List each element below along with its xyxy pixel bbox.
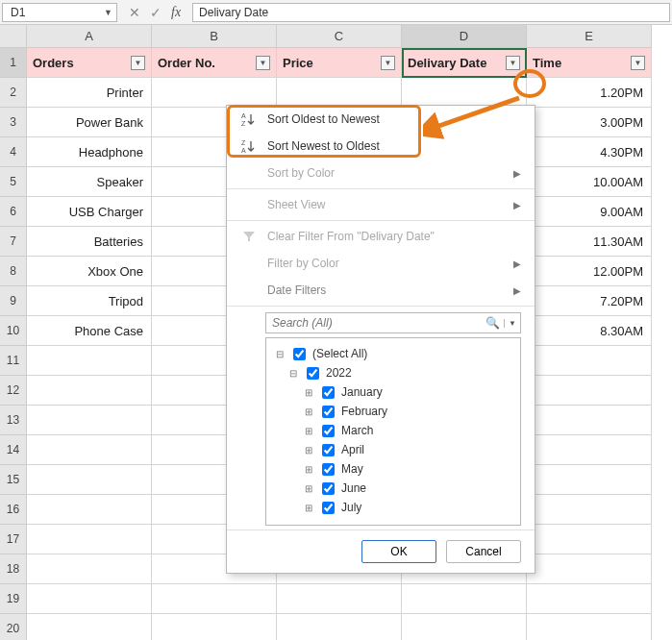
tree-month[interactable]: ⊞January	[274, 382, 512, 402]
checkbox[interactable]	[322, 502, 335, 514]
cell[interactable]: Orders▼	[27, 48, 152, 78]
cell[interactable]	[527, 525, 652, 554]
checkbox[interactable]	[322, 463, 335, 476]
cell[interactable]	[152, 584, 277, 614]
expand-icon[interactable]: ⊞	[303, 483, 314, 494]
cancel-button[interactable]: Cancel	[446, 540, 521, 563]
cell[interactable]	[527, 376, 652, 406]
cell[interactable]: Delivary Date▼	[402, 48, 527, 78]
cell[interactable]	[27, 495, 152, 525]
search-input[interactable]	[266, 316, 482, 330]
col-header-C[interactable]: C	[277, 25, 402, 48]
row-header[interactable]: 13	[0, 406, 27, 435]
name-box[interactable]: D1 ▼	[2, 3, 117, 22]
cell[interactable]	[527, 435, 652, 465]
expand-icon[interactable]: ⊞	[303, 503, 314, 513]
cell[interactable]	[27, 465, 152, 495]
row-header[interactable]: 2	[0, 78, 27, 108]
cell[interactable]	[527, 614, 652, 640]
cell[interactable]	[402, 78, 527, 108]
cell[interactable]	[152, 614, 277, 640]
row-header[interactable]: 3	[0, 108, 27, 137]
cell[interactable]	[27, 614, 152, 640]
select-all-corner[interactable]	[0, 25, 27, 48]
cell[interactable]: Time▼	[527, 48, 652, 78]
row-header[interactable]: 18	[0, 554, 27, 584]
cell[interactable]: Printer	[27, 78, 152, 108]
cell[interactable]: Batteries	[27, 227, 152, 257]
cell[interactable]	[527, 406, 652, 435]
sort-oldest-newest[interactable]: AZ Sort Oldest to Newest	[227, 106, 535, 133]
cell[interactable]: 10.00AM	[527, 167, 652, 197]
cell[interactable]	[27, 406, 152, 435]
cell[interactable]	[527, 584, 652, 614]
expand-icon[interactable]: ⊞	[303, 445, 314, 455]
filter-search[interactable]: 🔍 ▼	[265, 312, 521, 333]
cell[interactable]	[27, 525, 152, 554]
row-header[interactable]: 6	[0, 197, 27, 227]
expand-icon[interactable]: ⊞	[303, 406, 314, 417]
cell[interactable]	[402, 614, 527, 640]
cell[interactable]: Tripod	[27, 286, 152, 316]
chevron-down-icon[interactable]: ▼	[104, 8, 112, 17]
row-header[interactable]: 5	[0, 167, 27, 197]
row-header[interactable]: 9	[0, 286, 27, 316]
row-header[interactable]: 4	[0, 137, 27, 167]
cell[interactable]	[527, 554, 652, 584]
row-header[interactable]: 12	[0, 376, 27, 406]
tree-year[interactable]: ⊟ 2022	[274, 363, 512, 382]
row-header[interactable]: 8	[0, 257, 27, 286]
tree-month[interactable]: ⊞April	[274, 440, 512, 459]
cell[interactable]: Xbox One	[27, 257, 152, 286]
checkbox[interactable]	[322, 444, 335, 456]
ok-button[interactable]: OK	[361, 540, 436, 563]
row-header[interactable]: 16	[0, 495, 27, 525]
filter-button[interactable]: ▼	[256, 56, 270, 70]
checkbox[interactable]	[307, 367, 319, 380]
cell[interactable]: Headphone	[27, 137, 152, 167]
collapse-icon[interactable]: ⊟	[287, 368, 299, 379]
expand-icon[interactable]: ⊞	[303, 387, 314, 398]
row-header[interactable]: 20	[0, 614, 27, 640]
cell[interactable]: Speaker	[27, 167, 152, 197]
tree-month[interactable]: ⊞July	[274, 498, 512, 517]
date-filters[interactable]: Date Filters ▶	[227, 277, 535, 304]
col-header-D[interactable]: D	[402, 25, 527, 48]
checkbox[interactable]	[322, 425, 335, 437]
expand-icon[interactable]: ⊞	[303, 464, 314, 475]
cell[interactable]: 12.00PM	[527, 257, 652, 286]
filter-tree[interactable]: ⊟ (Select All) ⊟ 2022 ⊞January⊞February⊞…	[265, 337, 521, 526]
row-header[interactable]: 17	[0, 525, 27, 554]
cell[interactable]: Phone Case	[27, 316, 152, 346]
cell[interactable]: 8.30AM	[527, 316, 652, 346]
cell[interactable]: 4.30PM	[527, 137, 652, 167]
cell[interactable]	[402, 584, 527, 614]
filter-button[interactable]: ▼	[131, 56, 145, 70]
cell[interactable]	[152, 78, 277, 108]
checkbox[interactable]	[293, 348, 306, 360]
tree-month[interactable]: ⊞May	[274, 459, 512, 479]
cell[interactable]: 1.20PM	[527, 78, 652, 108]
expand-icon[interactable]: ⊞	[303, 426, 314, 436]
cell[interactable]: 7.20PM	[527, 286, 652, 316]
cell[interactable]	[277, 584, 402, 614]
sort-newest-oldest[interactable]: ZA Sort Newest to Oldest	[227, 133, 535, 160]
search-icon[interactable]: 🔍	[482, 316, 504, 330]
cell[interactable]	[527, 346, 652, 376]
row-header[interactable]: 1	[0, 48, 27, 78]
filter-button[interactable]: ▼	[631, 56, 645, 70]
col-header-A[interactable]: A	[27, 25, 152, 48]
row-header[interactable]: 10	[0, 316, 27, 346]
tree-month[interactable]: ⊞March	[274, 421, 512, 440]
filter-button[interactable]: ▼	[506, 56, 520, 70]
chevron-down-icon[interactable]: ▼	[504, 319, 520, 328]
cell[interactable]: Order No.▼	[152, 48, 277, 78]
fx-icon[interactable]: fx	[171, 5, 181, 20]
checkbox[interactable]	[322, 386, 335, 399]
col-header-E[interactable]: E	[527, 25, 652, 48]
tree-month[interactable]: ⊞June	[274, 479, 512, 498]
sort-by-color[interactable]: Sort by Color ▶	[227, 160, 535, 186]
cell[interactable]: 9.00AM	[527, 197, 652, 227]
cell[interactable]	[27, 435, 152, 465]
cell[interactable]	[27, 554, 152, 584]
